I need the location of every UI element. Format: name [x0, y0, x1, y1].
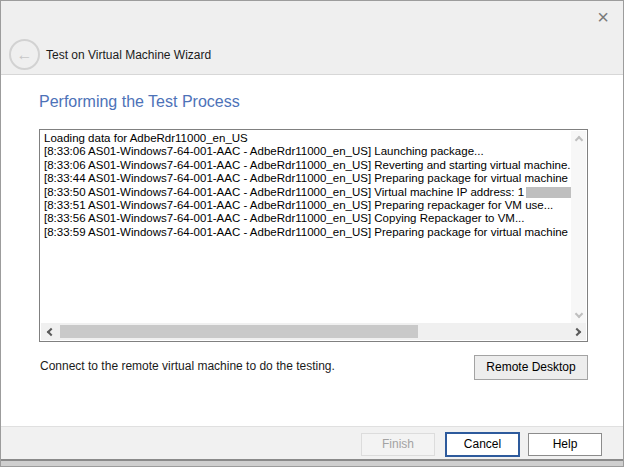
log-list[interactable]: Loading data for AdbeRdr11000_en_US[8:33… — [39, 129, 588, 342]
chevron-down-icon — [574, 310, 582, 318]
close-icon: × — [597, 6, 609, 28]
log-line: [8:33:59 AS01-Windows7-64-001-AAC - Adbe… — [44, 226, 571, 239]
chevron-right-icon — [572, 327, 580, 335]
log-lines: Loading data for AdbeRdr11000_en_US[8:33… — [40, 130, 571, 324]
log-line: [8:33:44 AS01-Windows7-64-001-AAC - Adbe… — [44, 172, 571, 185]
log-line: [8:33:06 AS01-Windows7-64-001-AAC - Adbe… — [44, 145, 571, 158]
back-arrow-icon: ← — [17, 46, 33, 63]
log-line: [8:33:06 AS01-Windows7-64-001-AAC - Adbe… — [44, 159, 571, 172]
scroll-left-button[interactable] — [43, 323, 58, 340]
log-line-text: Loading data for AdbeRdr11000_en_US — [44, 132, 248, 145]
instruction-text: Connect to the remote virtual machine to… — [40, 359, 335, 373]
remote-desktop-button[interactable]: Remote Desktop — [474, 355, 588, 380]
scroll-up-button[interactable] — [571, 133, 586, 147]
back-button[interactable]: ← — [9, 39, 40, 70]
log-line-text: [8:33:44 AS01-Windows7-64-001-AAC - Adbe… — [44, 172, 571, 185]
log-line-text: [8:33:56 AS01-Windows7-64-001-AAC - Adbe… — [44, 212, 525, 225]
horizontal-scrollbar[interactable] — [41, 323, 586, 340]
window-title: Test on Virtual Machine Wizard — [46, 48, 211, 62]
log-line: [8:33:50 AS01-Windows7-64-001-AAC - Adbe… — [44, 186, 571, 199]
log-line-text: [8:33:59 AS01-Windows7-64-001-AAC - Adbe… — [44, 226, 571, 239]
scroll-right-button[interactable] — [569, 323, 584, 340]
log-line: Loading data for AdbeRdr11000_en_US — [44, 132, 571, 145]
page-title: Performing the Test Process — [39, 93, 240, 111]
close-button[interactable]: × — [591, 5, 615, 29]
chevron-left-icon — [46, 327, 54, 335]
log-line: [8:33:51 AS01-Windows7-64-001-AAC - Adbe… — [44, 199, 571, 212]
log-line-text: [8:33:51 AS01-Windows7-64-001-AAC - Adbe… — [44, 199, 553, 212]
log-line-text: [8:33:06 AS01-Windows7-64-001-AAC - Adbe… — [44, 159, 571, 172]
log-line-text: [8:33:50 AS01-Windows7-64-001-AAC - Adbe… — [44, 186, 524, 199]
finish-button[interactable]: Finish — [361, 433, 435, 456]
vertical-scrollbar[interactable] — [571, 131, 586, 323]
log-line-text: [8:33:06 AS01-Windows7-64-001-AAC - Adbe… — [44, 145, 484, 158]
help-button[interactable]: Help — [528, 433, 602, 456]
cancel-button[interactable]: Cancel — [445, 432, 520, 457]
wizard-header: ← Test on Virtual Machine Wizard × — [1, 1, 623, 75]
redaction-bar — [526, 187, 571, 198]
log-line: [8:33:56 AS01-Windows7-64-001-AAC - Adbe… — [44, 212, 571, 225]
scroll-down-button[interactable] — [571, 307, 586, 321]
wizard-dialog: ← Test on Virtual Machine Wizard × Perfo… — [0, 0, 624, 467]
horizontal-scroll-thumb[interactable] — [60, 325, 418, 338]
window-bottom-border — [1, 459, 623, 466]
chevron-up-icon — [574, 136, 582, 144]
